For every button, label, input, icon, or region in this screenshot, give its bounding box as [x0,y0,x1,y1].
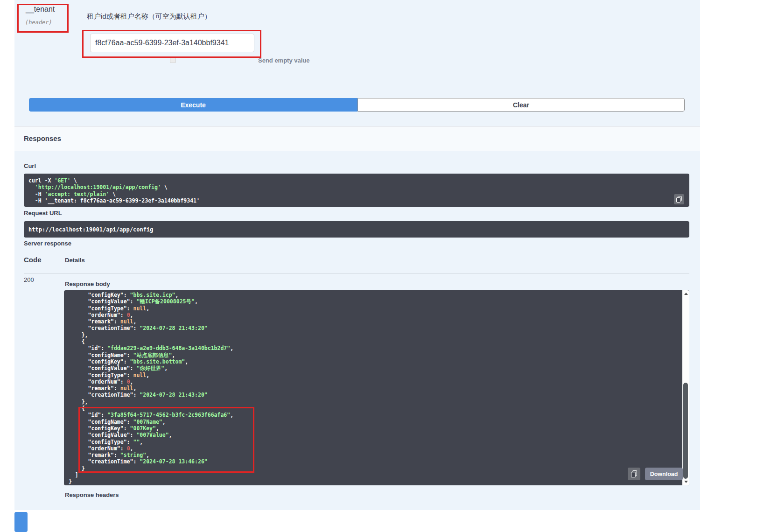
code-line: "remark": null, [69,385,678,392]
responses-section-header [14,126,700,151]
copy-curl-button[interactable] [674,194,684,204]
request-url-value: http://localhost:19001/api/app/config [28,226,153,233]
code-line: "creationTime": "2024-07-28 13:46:26" [69,458,678,465]
clipboard-icon [631,470,637,477]
parameter-name: __tenant [26,5,55,14]
details-column-header: Details [65,257,85,264]
code-line: curl -X 'GET' \ [28,177,685,184]
code-column-header: Code [24,256,42,264]
response-body-code: "configKey": "bbs.site.icp", "configValu… [64,290,689,485]
status-code: 200 [24,276,34,283]
code-line: -H 'accept: text/plain' \ [28,191,685,197]
code-line: "configType": null, [69,372,678,378]
code-line: "configValue": "007Value", [69,432,678,438]
code-line: ] [69,472,678,478]
code-line: "configName": "站点底部信息", [69,352,678,358]
code-line: "configKey": "007Key", [69,425,678,432]
code-line: "configValue": "你好世界", [69,365,678,371]
code-line: "orderNum": 0, [69,445,678,452]
code-line: { [69,338,678,345]
response-body-label: Response body [65,280,110,287]
scrollbar-down-arrow[interactable] [682,478,689,485]
code-line: "orderNum": 0, [69,312,678,318]
parameter-location: (header) [25,19,52,26]
code-line: "configValue": "赣ICP备20008025号", [69,298,678,305]
code-line: "id": "3fa85f64-5717-4562-b3fc-2c963f66a… [69,412,678,418]
scrollbar-up-arrow[interactable] [682,290,689,297]
swagger-operation-panel: __tenant (header) 租户id或者租户名称（可空为默认租户） Se… [0,0,778,532]
response-headers-label: Response headers [65,491,119,498]
code-line: "creationTime": "2024-07-28 21:43:20" [69,325,678,331]
response-body-scrollbar [682,290,689,485]
curl-command-block: curl -X 'GET' \ 'http://localhost:19001/… [24,174,689,207]
request-url-block: http://localhost:19001/api/app/config [24,221,689,238]
code-line: "remark": null, [69,318,678,325]
code-line: -H '__tenant: f8cf76aa-ac59-6399-23ef-3a… [28,197,685,204]
code-line: } [69,465,678,472]
execute-button[interactable]: Execute [29,98,357,112]
send-empty-checkbox[interactable] [170,57,176,63]
code-line: "id": "fddae229-a2e9-ddb3-648a-3a140bc1b… [69,345,678,351]
copy-response-button[interactable] [628,468,640,480]
scrollbar-thumb[interactable] [683,383,688,479]
parameter-description: 租户id或者租户名称（可空为默认租户） [87,12,211,21]
clipboard-icon [676,196,682,203]
code-line: } [69,478,678,485]
response-body-block: "configKey": "bbs.site.icp", "configValu… [64,290,689,485]
next-opblock-get-badge[interactable] [14,512,28,532]
curl-code: curl -X 'GET' \ 'http://localhost:19001/… [28,177,685,204]
code-line: }, [69,332,678,338]
curl-label: Curl [24,162,36,169]
code-line: "orderNum": 0, [69,378,678,385]
code-line: "creationTime": "2024-07-28 21:43:20" [69,392,678,398]
code-line: "configType": "", [69,439,678,445]
download-button[interactable]: Download [645,468,683,480]
code-line: "remark": "string", [69,452,678,458]
code-line: "configKey": "bbs.site.bottom", [69,358,678,365]
code-line: "configKey": "bbs.site.icp", [69,292,678,298]
code-line: "configName": "007Name", [69,419,678,425]
table-divider [24,273,689,273]
request-url-label: Request URL [24,210,62,217]
code-line: "configType": null, [69,305,678,312]
responses-title: Responses [24,134,61,142]
code-line: 'http://localhost:19001/api/app/config' … [28,184,685,190]
send-empty-value-label: Send empty value [258,57,310,64]
code-line: { [69,405,678,412]
code-line: }, [69,399,678,405]
tenant-value-input[interactable] [90,34,254,52]
clear-button[interactable]: Clear [357,98,685,112]
server-response-label: Server response [24,240,71,247]
